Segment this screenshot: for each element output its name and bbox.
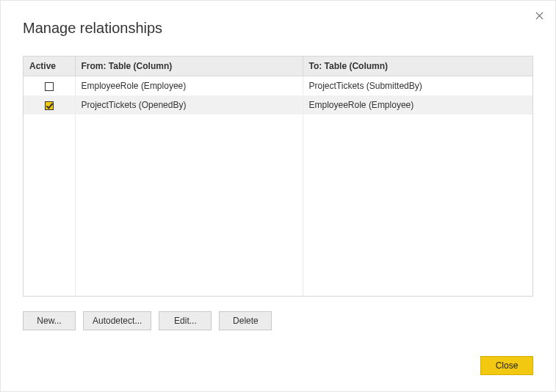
action-buttons: New... Autodetect... Edit... Delete bbox=[23, 311, 533, 330]
column-header-to[interactable]: To: Table (Column) bbox=[303, 57, 532, 76]
from-cell: ProjectTickets (OpenedBy) bbox=[75, 95, 303, 115]
active-checkbox[interactable] bbox=[45, 82, 54, 91]
column-header-active[interactable]: Active bbox=[24, 57, 75, 76]
dialog-title: Manage relationships bbox=[1, 1, 555, 37]
relationships-table: Active From: Table (Column) To: Table (C… bbox=[23, 56, 533, 297]
active-checkbox[interactable] bbox=[45, 101, 54, 110]
table-header-row: Active From: Table (Column) To: Table (C… bbox=[24, 57, 532, 76]
to-cell: ProjectTickets (SubmittedBy) bbox=[303, 76, 532, 96]
autodetect-button[interactable]: Autodetect... bbox=[83, 311, 151, 330]
from-cell: EmployeeRole (Employee) bbox=[75, 76, 303, 96]
dialog-footer: Close bbox=[480, 356, 533, 375]
close-icon[interactable] bbox=[530, 7, 548, 24]
column-header-from[interactable]: From: Table (Column) bbox=[75, 57, 303, 76]
close-button[interactable]: Close bbox=[480, 356, 533, 375]
to-cell: EmployeeRole (Employee) bbox=[303, 95, 532, 115]
table-empty-area bbox=[24, 115, 532, 296]
table-row[interactable]: EmployeeRole (Employee) ProjectTickets (… bbox=[24, 76, 532, 96]
delete-button[interactable]: Delete bbox=[219, 311, 272, 330]
new-button[interactable]: New... bbox=[23, 311, 76, 330]
manage-relationships-dialog: Manage relationships Active From: Table … bbox=[0, 0, 556, 392]
table-row[interactable]: ProjectTickets (OpenedBy) EmployeeRole (… bbox=[24, 95, 532, 115]
edit-button[interactable]: Edit... bbox=[159, 311, 212, 330]
